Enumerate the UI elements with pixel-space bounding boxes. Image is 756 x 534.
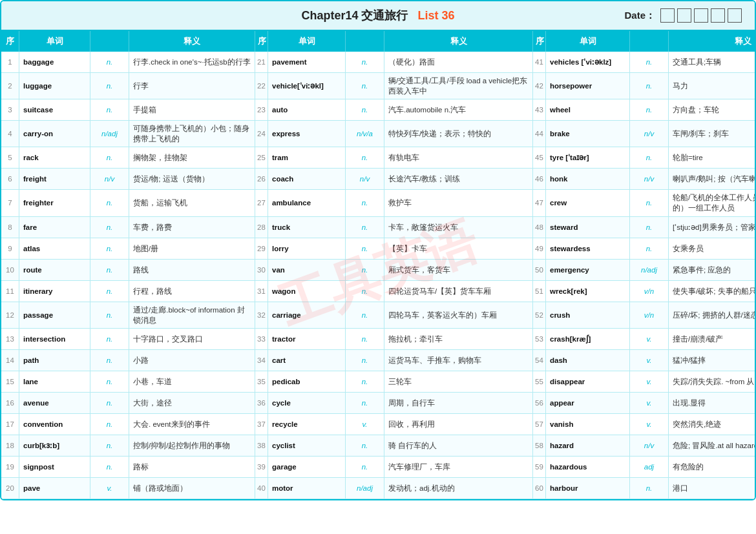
num-col2: 28 [255,217,268,238]
num-col3: 52 [533,302,546,328]
word-col2: motor [268,478,346,498]
pos-col3: n. [630,147,669,168]
num-col1: 14 [1,350,19,371]
word-col1: baggage [19,52,90,72]
def-col3: 交通工具;车辆 [669,52,756,72]
def-col1: 货船，运输飞机 [129,190,255,216]
list-number: List 36 [418,9,455,22]
pos-col2: n. [346,302,384,328]
pos-col2: n. [346,457,384,477]
num-col3: 54 [533,350,546,371]
def-col3: 港口 [669,478,756,498]
date-box-5[interactable] [728,8,742,23]
date-box-1[interactable] [660,8,675,23]
def-col3: 压碎/坏; 拥挤的人群/迷恋/对象 [669,302,756,328]
pos-col1: n. [90,190,129,216]
word-col3: wheel [546,99,630,120]
num-col1: 7 [1,190,19,216]
table-row: 6 freight n/v 货运/物; 运送（货物） 26 coach n/v … [1,169,755,190]
num-col3: 47 [533,190,546,216]
word-col3: horsepower [546,73,630,99]
def-col3: 轮船/飞机的全体工作人员，（有专门技术的）一组工作人员 [669,190,756,216]
def-col1: 车费，路费 [129,217,255,238]
table-row: 5 rack n. 搁物架，挂物架 25 tram n. 有轨电车 45 tyr… [1,147,755,169]
def-col2: 【英】卡车 [384,238,533,259]
chapter-title: Chapter14 交通旅行 [301,9,408,22]
word-col1: freighter [19,190,90,216]
def-col1: 通过/走廊.block~of information 封锁消息 [129,302,255,328]
def-col2: 辆/交通工具/工具/手段 load a vehicle把东西装入车中 [384,73,533,99]
def-col2: 厢式货车，客货车 [384,260,533,280]
def-col3: 失踪/消失失踪. ~from 从..消失 [669,371,756,392]
def-col3: 危险; 冒风险.at all hazards不顾一切地 [669,435,756,456]
word-col2: recycle [268,414,346,435]
num-col3: 59 [533,457,546,477]
pos-col2: n/adj [346,478,384,498]
col-word3: 单词 [546,31,630,52]
word-col3: crew [546,190,630,216]
word-col1: avenue [19,393,90,413]
num-col1: 9 [1,238,19,259]
pos-col3: n/v [630,169,669,189]
num-col2: 38 [255,435,268,456]
col-def2: 释义 [384,31,533,52]
date-box-4[interactable] [711,8,725,23]
pos-col1: n. [90,281,129,302]
word-col1: pave [19,478,90,498]
def-col2: 汽车修理厂，车库 [384,457,533,477]
date-box-3[interactable] [694,8,708,23]
pos-col3: v. [630,414,669,435]
word-col2: coach [268,169,346,189]
def-col1: 货运/物; 运送（货物） [129,169,255,189]
word-col2: carriage [268,302,346,328]
num-col2: 32 [255,302,268,328]
num-col3: 50 [533,260,546,280]
num-col1: 3 [1,99,19,120]
num-col2: 25 [255,147,268,168]
def-col3: 使失事/破坏; 失事的船只 [669,281,756,302]
table-row: 4 carry-on n/adj 可随身携带上飞机的）小包；随身携带上飞机的 2… [1,121,755,147]
date-boxes [660,8,742,23]
def-col3: 撞击/崩溃/破产 [669,329,756,349]
col-pos1 [90,31,129,52]
table-row: 16 avenue n. 大街，途径 36 cycle n. 周期，自行车 56… [1,393,755,414]
pos-col1: n. [90,414,129,435]
num-col2: 26 [255,169,268,189]
table-row: 17 convention n. 大会. event来到的事件 37 recyc… [1,414,755,435]
def-col3: 马力 [669,73,756,99]
word-col3: appear [546,393,630,413]
num-col2: 36 [255,393,268,413]
def-col2: 拖拉机；牵引车 [384,329,533,349]
pos-col1: n. [90,238,129,259]
def-col1: 路线 [129,260,255,280]
pos-col3: n. [630,52,669,72]
pos-col2: n. [346,260,384,280]
def-col2: 长途汽车/教练；训练 [384,169,533,189]
pos-col1: n. [90,52,129,72]
num-col3: 53 [533,329,546,349]
word-col3: hazardous [546,457,630,477]
col-pos2 [346,31,384,52]
pos-col1: n. [90,435,129,456]
pos-col3: v/n [630,302,669,328]
word-col2: cyclist [268,435,346,456]
word-col2: garage [268,457,346,477]
pos-col2: n. [346,190,384,216]
col-word1: 单词 [19,31,90,52]
header-title: Chapter14 交通旅行 List 36 [301,8,454,23]
table-row: 11 itinerary n. 行程，路线 31 wagon n. 四轮运货马车… [1,281,755,302]
word-col1: lane [19,371,90,392]
def-col2: 四轮马车，英客运火车的）车厢 [384,302,533,328]
word-col1: carry-on [19,121,90,147]
table-row: 3 suitcase n. 手提箱 23 auto n. 汽车.automobi… [1,99,755,121]
pos-col1: n/adj [90,121,129,147]
def-col1: 行李.check in one's~·托运sb的行李 [129,52,255,72]
def-col3: 猛冲/猛摔 [669,350,756,371]
col-word2: 单词 [268,31,346,52]
def-col3: 女乘务员 [669,238,756,259]
num-col2: 30 [255,260,268,280]
table-row: 1 baggage n. 行李.check in one's~·托运sb的行李 … [1,52,755,73]
date-box-2[interactable] [677,8,691,23]
def-col1: 可随身携带上飞机的）小包；随身携带上飞机的 [129,121,255,147]
num-col3: 51 [533,281,546,302]
